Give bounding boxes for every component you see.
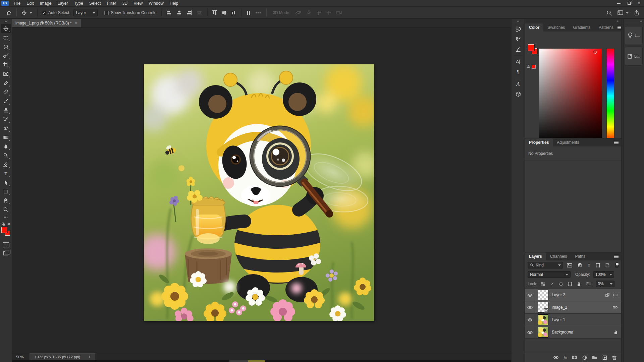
eyedropper-tool[interactable] xyxy=(1,78,11,87)
link-icon[interactable] xyxy=(612,293,618,297)
align-horizontal-centers-button[interactable] xyxy=(176,10,182,15)
zoom-level-field[interactable]: 50% xyxy=(12,355,30,359)
swap-colors-icon[interactable]: ⇄ xyxy=(8,222,10,226)
tool-preset-move[interactable] xyxy=(19,8,34,17)
align-right-edges-button[interactable] xyxy=(186,10,192,15)
layer-row-layer1[interactable]: Layer 1 xyxy=(525,314,621,326)
new-group-button[interactable] xyxy=(592,355,597,360)
3d-roll-icon[interactable] xyxy=(306,10,311,15)
restore-button[interactable] xyxy=(624,0,634,7)
lock-image-pixels-icon[interactable] xyxy=(550,282,554,286)
tab-properties[interactable]: Properties xyxy=(525,138,553,146)
default-colors-icon[interactable] xyxy=(2,223,5,226)
layer-name[interactable]: Layer 2 xyxy=(552,293,605,297)
auto-select-target-dropdown[interactable]: Layer xyxy=(73,9,98,16)
color-picker-marker[interactable] xyxy=(594,51,597,54)
filter-shape-layers-icon[interactable] xyxy=(596,263,600,267)
filter-adjustment-layers-icon[interactable] xyxy=(578,263,582,267)
gradient-tool[interactable] xyxy=(1,133,11,142)
character-panel-icon[interactable]: A| xyxy=(513,57,524,67)
menu-layer[interactable]: Layer xyxy=(54,0,71,7)
visibility-toggle[interactable] xyxy=(525,289,535,301)
blend-mode-dropdown[interactable]: Normal xyxy=(528,271,571,278)
fill-value-box[interactable]: 0% xyxy=(596,281,614,287)
menu-3d[interactable]: 3D xyxy=(119,0,130,7)
panel-collapse-icon[interactable]: » xyxy=(525,19,621,23)
layer-thumbnail-image[interactable] xyxy=(538,314,548,325)
foreground-color-swatch[interactable] xyxy=(1,227,7,233)
tab-paths[interactable]: Paths xyxy=(571,252,589,260)
edit-toolbar-button[interactable]: ••• xyxy=(1,214,11,220)
menu-edit[interactable]: Edit xyxy=(23,0,37,7)
tab-swatches[interactable]: Swatches xyxy=(543,23,569,32)
layer-row-layer2[interactable]: Layer 2 xyxy=(525,289,621,301)
canvas-image[interactable] xyxy=(144,64,374,321)
history-panel-icon[interactable] xyxy=(513,24,524,34)
more-align-options-button[interactable]: ••• xyxy=(256,11,262,15)
screen-mode-button[interactable] xyxy=(3,251,8,255)
frame-tool[interactable] xyxy=(1,69,11,78)
align-bottom-edges-button[interactable] xyxy=(231,10,236,15)
visibility-toggle[interactable] xyxy=(525,326,535,338)
menu-filter[interactable]: Filter xyxy=(104,0,119,7)
hue-slider[interactable] xyxy=(607,49,614,143)
gamut-color-swatch[interactable] xyxy=(532,65,536,69)
layer-thumbnail-smart-object[interactable] xyxy=(538,302,548,313)
tab-adjustments[interactable]: Adjustments xyxy=(553,138,583,146)
dock-collapse-icon[interactable]: « xyxy=(512,19,525,24)
dock-expand-icon[interactable]: « xyxy=(624,19,644,24)
layer-filter-toggle[interactable] xyxy=(615,262,619,268)
tool-presets-panel-icon[interactable] xyxy=(513,44,524,54)
lock-transparent-pixels-icon[interactable] xyxy=(541,282,545,286)
tab-patterns[interactable]: Patterns xyxy=(594,23,618,32)
menu-type[interactable]: Type xyxy=(71,0,86,7)
layer-row-background[interactable]: Background xyxy=(525,326,621,339)
auto-select-checkbox[interactable]: Auto-Select: xyxy=(40,8,72,17)
clone-stamp-tool[interactable] xyxy=(1,106,11,115)
new-layer-button[interactable] xyxy=(602,355,607,360)
spot-healing-brush-tool[interactable] xyxy=(1,87,11,97)
home-button[interactable] xyxy=(4,8,14,17)
minimize-button[interactable] xyxy=(614,0,624,7)
quick-mask-mode-button[interactable] xyxy=(3,242,9,247)
distribute-horizontal-button[interactable] xyxy=(197,10,202,15)
3d-orbit-icon[interactable] xyxy=(295,10,301,15)
lasso-tool[interactable] xyxy=(1,42,11,51)
visibility-toggle[interactable] xyxy=(525,314,535,326)
align-left-edges-button[interactable] xyxy=(166,10,172,15)
document-tab[interactable]: image_1.png @ 50% (RGB/8) * × xyxy=(12,19,81,27)
rectangular-marquee-tool[interactable] xyxy=(1,33,11,42)
quick-selection-tool[interactable] xyxy=(1,51,11,60)
show-transform-checkbox[interactable]: Show Transform Controls xyxy=(102,8,158,17)
panel-menu-icon[interactable] xyxy=(614,254,621,259)
delete-layer-button[interactable] xyxy=(612,355,616,360)
pen-tool[interactable] xyxy=(1,160,11,169)
lock-artboard-icon[interactable] xyxy=(568,282,572,286)
layer-thumbnail-image[interactable] xyxy=(538,327,548,338)
add-layer-mask-button[interactable] xyxy=(572,355,577,360)
lock-all-icon[interactable] xyxy=(577,282,581,286)
paragraph-panel-icon[interactable]: ¶ xyxy=(513,67,524,77)
layer-style-badge-icon[interactable] xyxy=(605,293,610,297)
layer-name[interactable]: image_2 xyxy=(552,305,612,310)
3d-slide-icon[interactable] xyxy=(326,10,331,15)
eraser-tool[interactable] xyxy=(1,124,11,133)
blur-tool[interactable] xyxy=(1,142,11,151)
workspace-switcher-icon[interactable] xyxy=(618,10,629,15)
filter-type-layers-icon[interactable]: T xyxy=(588,263,590,268)
panel-foreground-swatch[interactable] xyxy=(528,44,534,51)
background-lock-icon[interactable] xyxy=(614,330,618,335)
crop-tool[interactable] xyxy=(1,60,11,69)
distribute-vertical-centers-button[interactable] xyxy=(246,10,251,15)
saturation-brightness-field[interactable] xyxy=(539,49,602,143)
filter-smart-objects-icon[interactable] xyxy=(605,263,609,267)
adjustment-layer-button[interactable] xyxy=(582,355,587,360)
document-info-box[interactable]: 1372 px x 1535 px (72 ppi) › xyxy=(30,353,95,361)
menu-image[interactable]: Image xyxy=(37,0,55,7)
dodge-tool[interactable] xyxy=(1,151,11,160)
layer-name[interactable]: Layer 1 xyxy=(552,317,621,322)
libraries-panel-button[interactable]: Li... xyxy=(625,47,643,66)
tab-layers[interactable]: Layers xyxy=(525,252,546,260)
menu-view[interactable]: View xyxy=(130,0,146,7)
align-top-edges-button[interactable] xyxy=(212,10,217,15)
